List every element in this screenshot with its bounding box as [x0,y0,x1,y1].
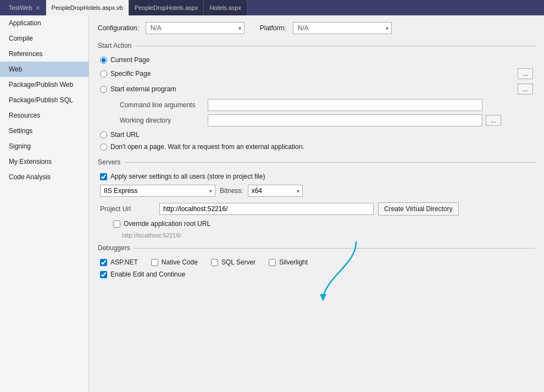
debuggers-line [135,248,535,249]
radio-start-url-label: Start URL [110,131,140,139]
tab-testweb[interactable]: TestWeb ✕ [3,0,46,15]
sidebar-item-settings[interactable]: Settings [0,123,88,139]
specific-page-btn[interactable]: ... [518,68,533,79]
main-container: Application Compile References Web Packa… [0,15,544,392]
apply-server-label: Apply server settings to all users (stor… [110,173,265,180]
radio-start-external-input[interactable] [100,86,107,93]
debuggers-title: Debuggers [98,244,130,252]
sidebar-item-my-extensions[interactable]: My Extensions [0,154,88,169]
radio-specific-page-input[interactable] [100,70,107,78]
radio-start-url[interactable]: Start URL [100,131,535,139]
debugger-aspnet-checkbox[interactable] [100,259,107,266]
platform-select-wrapper: N/A [293,22,392,34]
start-action-line [136,46,535,46]
working-dir-label: Working directory [120,117,208,124]
radio-dont-open-label: Don't open a page. Wait for a request fr… [110,143,304,151]
tab-label: Hotels.aspx [209,4,241,11]
config-row: Configuration: N/A Platform: N/A [98,22,535,34]
server-row: IIS Express Bitness: x64 x86 Any CPU [100,185,535,197]
debugger-silverlight-label: Silverlight [279,258,308,266]
radio-dont-open[interactable]: Don't open a page. Wait for a request fr… [100,143,535,151]
debugger-silverlight[interactable]: Silverlight [269,258,308,266]
start-external-btn[interactable]: ... [518,84,533,95]
sidebar-item-resources[interactable]: Resources [0,108,88,123]
server-select-wrapper: IIS Express [100,185,215,197]
radio-start-external[interactable]: Start external program ... [100,84,535,95]
sidebar-item-package-publish-sql[interactable]: Package/Publish SQL [0,92,88,108]
bitness-label: Bitness: [220,187,243,195]
svg-marker-0 [320,294,326,301]
working-dir-btn[interactable]: ... [486,115,501,126]
command-line-row: Command line arguments [120,99,535,111]
project-url-input[interactable] [159,203,374,215]
override-checkbox[interactable] [113,220,120,228]
servers-title: Servers [98,158,120,166]
sidebar-item-signing[interactable]: Signing [0,139,88,154]
config-label: Configuration: [98,24,139,32]
create-virtual-directory-button[interactable]: Create Virtual Directory [378,202,459,216]
override-checkbox-row[interactable]: Override application root URL [113,220,535,228]
debugger-sql-server-label: SQL Server [221,258,256,266]
debugger-silverlight-checkbox[interactable] [269,259,276,266]
bitness-select[interactable]: x64 x86 Any CPU [248,185,303,197]
debugger-aspnet[interactable]: ASP.NET [100,258,138,266]
apply-server-checkbox[interactable] [100,173,107,180]
radio-start-external-label: Start external program [110,85,176,93]
start-action-radio-group: Current Page Specific Page ... Start ext… [100,56,535,95]
tab-label: PeopleDropHotels.aspx [135,4,198,11]
start-action-header: Start Action [98,42,535,49]
start-action-title: Start Action [98,42,131,49]
radio-current-page[interactable]: Current Page [100,56,535,64]
tab-peopledrophotels-aspx[interactable]: PeopleDropHotels.aspx [129,0,204,15]
tab-peopledrophotels-vb[interactable]: PeopleDropHotels.aspx.vb [46,0,129,15]
command-line-label: Command line arguments [120,101,208,109]
debugger-aspnet-label: ASP.NET [110,258,138,266]
sidebar-item-compile[interactable]: Compile [0,31,88,46]
servers-line [125,162,535,163]
radio-specific-page[interactable]: Specific Page ... [100,68,535,79]
working-dir-row: Working directory ... [120,114,535,126]
sidebar-item-code-analysis[interactable]: Code Analysis [0,169,88,185]
override-label: Override application root URL [124,220,210,228]
enable-edit-continue-checkbox[interactable] [100,271,107,278]
enable-edit-continue-row[interactable]: Enable Edit and Continue [100,270,535,278]
tab-label: TestWeb [9,4,32,11]
apply-server-checkbox-row[interactable]: Apply server settings to all users (stor… [100,173,535,180]
working-dir-input[interactable] [208,114,482,126]
debugger-native-code-label: Native Code [162,258,198,266]
start-url-group: Start URL Don't open a page. Wait for a … [100,131,535,151]
sidebar-item-references[interactable]: References [0,46,88,62]
debugger-native-code[interactable]: Native Code [151,258,198,266]
platform-select[interactable]: N/A [293,22,392,34]
debuggers-header: Debuggers [98,244,535,252]
servers-header: Servers [98,158,535,166]
platform-label: Platform: [260,24,286,32]
enable-edit-continue-label: Enable Edit and Continue [110,270,185,278]
project-url-label: Project Url [100,205,155,213]
sidebar: Application Compile References Web Packa… [0,15,89,392]
project-url-row: Project Url Create Virtual Directory [100,202,535,216]
debugger-row: ASP.NET Native Code SQL Server Silverlig… [100,258,535,266]
radio-current-page-input[interactable] [100,57,107,64]
command-line-input[interactable] [208,99,482,111]
radio-specific-page-label: Specific Page [110,70,151,78]
debugger-native-code-checkbox[interactable] [151,259,158,266]
radio-start-url-input[interactable] [100,131,107,139]
debugger-sql-server[interactable]: SQL Server [211,258,256,266]
override-row: Override application root URL [111,220,535,228]
sidebar-item-package-publish-web[interactable]: Package/Publish Web [0,77,88,92]
sidebar-item-web[interactable]: Web [0,62,88,77]
tab-label: PeopleDropHotels.aspx.vb [52,4,123,11]
radio-current-page-label: Current Page [110,56,149,64]
radio-dont-open-input[interactable] [100,143,107,151]
override-hint: http://localhost:52216/ [122,232,535,239]
debugger-sql-server-checkbox[interactable] [211,259,218,266]
bitness-select-wrapper: x64 x86 Any CPU [248,185,303,197]
title-bar: TestWeb ✕ PeopleDropHotels.aspx.vb Peopl… [0,0,544,15]
tab-close-icon[interactable]: ✕ [36,5,40,11]
server-select[interactable]: IIS Express [100,185,215,197]
tab-hotels-aspx[interactable]: Hotels.aspx [204,0,247,15]
config-select-wrapper: N/A [146,22,245,34]
sidebar-item-application[interactable]: Application [0,15,88,31]
config-select[interactable]: N/A [146,22,245,34]
